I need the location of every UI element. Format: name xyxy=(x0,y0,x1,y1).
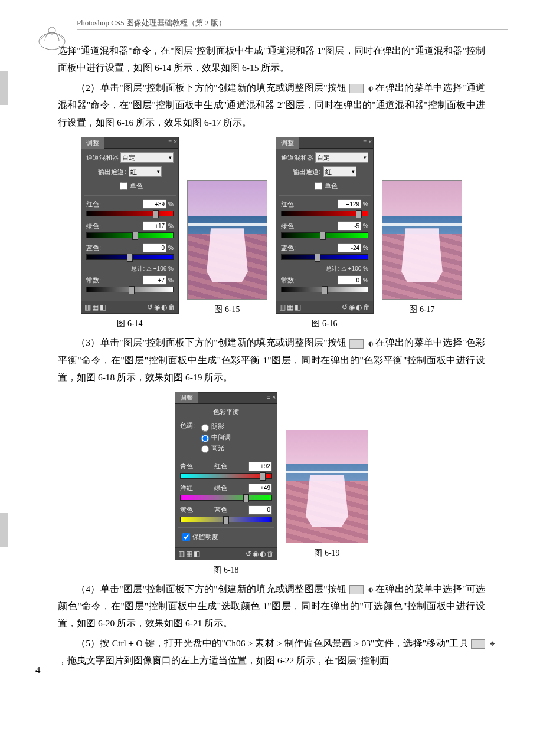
tone-mid-label: 中间调 xyxy=(211,433,231,442)
tone-shadow-label: 阴影 xyxy=(211,422,224,431)
total-value: +100 xyxy=(348,265,362,272)
monochrome-label: 单色 xyxy=(325,182,338,190)
clip-icon[interactable]: ◧ xyxy=(194,550,200,558)
red-slider[interactable] xyxy=(281,211,368,216)
clip-icon[interactable]: ◧ xyxy=(100,303,106,311)
color-balance-panel: 调整 ≡ × 色彩平衡 色调: 阴影 中间调 高光 xyxy=(175,392,277,560)
figure-caption: 图 6-17 xyxy=(382,304,462,315)
green-value[interactable]: +17 xyxy=(143,221,166,231)
preserve-luminosity-label: 保留明度 xyxy=(192,533,218,541)
constant-slider[interactable] xyxy=(86,287,174,292)
view-icon[interactable]: ▦ xyxy=(186,550,192,558)
constant-slider[interactable] xyxy=(281,287,368,292)
trash-icon[interactable]: 🗑 xyxy=(267,550,274,558)
red-label: 红色: xyxy=(86,200,101,209)
view-icon[interactable]: ▦ xyxy=(92,303,99,311)
yellow-label: 黄色 xyxy=(180,505,193,514)
tone-high-radio[interactable] xyxy=(201,445,209,453)
reset-icon[interactable]: ↺ xyxy=(342,303,348,311)
panel-tab[interactable]: 调整 xyxy=(276,137,299,149)
panel-menu-icon[interactable]: ≡ × xyxy=(364,139,372,145)
prev-icon[interactable]: ◐ xyxy=(260,550,266,558)
sheet-icon[interactable]: ▥ xyxy=(279,303,286,311)
blue-label: 蓝色: xyxy=(86,244,101,252)
prev-icon[interactable]: ◐ xyxy=(356,303,362,311)
panel-menu-icon[interactable]: ≡ × xyxy=(169,139,177,145)
sheet-icon[interactable]: ▥ xyxy=(84,303,91,311)
book-logo xyxy=(34,18,70,53)
channel-mixer-panel-2: 调整 ≡ × 通道混和器 自定▾ 输出通道: 红▾ 单色 xyxy=(276,137,374,314)
clip-icon[interactable]: ◧ xyxy=(295,303,301,311)
panel-tab[interactable]: 调整 xyxy=(175,392,198,403)
figure-caption: 图 6-18 xyxy=(175,565,277,576)
monochrome-checkbox[interactable] xyxy=(120,182,127,190)
total-label: 总计: xyxy=(326,265,339,272)
paragraph: （2）单击"图层"控制面板下方的"创建新的填充或调整图层"按钮 ◐ ，在弹出的菜… xyxy=(58,79,485,131)
blue-value[interactable]: -24 xyxy=(338,243,361,252)
tone-mid-radio[interactable] xyxy=(201,435,209,442)
cyan-red-slider[interactable] xyxy=(180,473,272,479)
panel-footer: ▥▦◧ ↺◉◐🗑 xyxy=(276,301,373,313)
move-tool-icon: ✥ xyxy=(471,639,485,649)
result-image-615 xyxy=(187,180,267,300)
red-value[interactable]: +129 xyxy=(338,199,361,209)
reset-icon[interactable]: ↺ xyxy=(246,550,251,558)
constant-label: 常数: xyxy=(281,276,296,285)
reset-icon[interactable]: ↺ xyxy=(147,303,153,311)
eye-icon[interactable]: ◉ xyxy=(154,303,160,311)
red-value[interactable]: +89 xyxy=(143,199,166,209)
panel-tab[interactable]: 调整 xyxy=(81,137,104,149)
paragraph: （5）按 Ctrl＋O 键，打开光盘中的"Ch06 > 素材 > 制作偏色风景画… xyxy=(58,635,485,669)
adjustment-layer-icon: ◐ xyxy=(349,84,364,93)
cr-value[interactable]: +92 xyxy=(248,462,272,471)
yb-value[interactable]: 0 xyxy=(248,505,272,515)
result-image-619 xyxy=(286,430,368,543)
blue-slider[interactable] xyxy=(281,254,368,260)
green-label: 绿色: xyxy=(281,222,296,231)
preserve-luminosity-checkbox[interactable] xyxy=(182,533,190,541)
total-value: +106 xyxy=(153,265,167,272)
blue-value[interactable]: 0 xyxy=(143,243,166,252)
sheet-icon[interactable]: ▥ xyxy=(178,550,185,558)
preset-dropdown[interactable]: 自定▾ xyxy=(315,152,368,163)
panel-footer: ▥▦◧ ↺◉◐🗑 xyxy=(175,547,277,560)
tone-shadow-radio[interactable] xyxy=(201,424,209,432)
eye-icon[interactable]: ◉ xyxy=(349,303,355,311)
panel-menu-icon[interactable]: ≡ × xyxy=(267,394,276,400)
text: （2）单击"图层"控制面板下方的"创建新的填充或调整图层"按钮 xyxy=(76,83,347,93)
channel-mixer-panel-1: 调整 ≡ × 通道混和器 自定▾ 输出通道: 红▾ xyxy=(81,137,179,314)
output-channel-dropdown[interactable]: 红▾ xyxy=(323,166,356,177)
constant-label: 常数: xyxy=(86,276,101,285)
panel-title: 色彩平衡 xyxy=(180,407,272,416)
result-image-617 xyxy=(382,180,462,300)
green-value[interactable]: -5 xyxy=(338,221,361,231)
paragraph: （3）单击"图层"控制面板下方的"创建新的填充或调整图层"按钮 ◐ ，在弹出的菜… xyxy=(58,334,485,386)
trash-icon[interactable]: 🗑 xyxy=(363,303,370,311)
constant-value[interactable]: +7 xyxy=(143,275,166,285)
margin-tab xyxy=(0,513,8,547)
yellow-blue-slider[interactable] xyxy=(180,517,272,522)
green-slider[interactable] xyxy=(281,232,368,238)
output-channel-dropdown[interactable]: 红▾ xyxy=(129,166,162,177)
preset-dropdown[interactable]: 自定▾ xyxy=(120,152,174,163)
blue-slider[interactable] xyxy=(86,254,174,260)
prev-icon[interactable]: ◐ xyxy=(161,303,167,311)
eye-icon[interactable]: ◉ xyxy=(253,550,259,558)
red-slider[interactable] xyxy=(86,211,174,216)
adjustment-layer-icon: ◐ xyxy=(349,585,364,594)
magenta-green-slider[interactable] xyxy=(180,495,272,501)
output-channel-label: 输出通道: xyxy=(293,167,320,176)
green-slider[interactable] xyxy=(86,232,174,238)
view-icon[interactable]: ▦ xyxy=(287,303,293,311)
green-label: 绿色: xyxy=(86,222,101,231)
tone-high-label: 高光 xyxy=(211,443,224,452)
paragraph: （4）单击"图层"控制面板下方的"创建新的填充或调整图层"按钮 ◐ ，在弹出的菜… xyxy=(58,580,485,632)
monochrome-checkbox[interactable] xyxy=(315,182,322,190)
mg-value[interactable]: +49 xyxy=(248,484,272,493)
figure-caption: 图 6-14 xyxy=(81,318,179,329)
blue-label: 蓝色 xyxy=(214,505,227,514)
trash-icon[interactable]: 🗑 xyxy=(168,303,175,311)
chevron-down-icon: ▾ xyxy=(157,169,160,175)
magenta-label: 洋红 xyxy=(180,484,193,492)
constant-value[interactable]: 0 xyxy=(338,275,361,285)
